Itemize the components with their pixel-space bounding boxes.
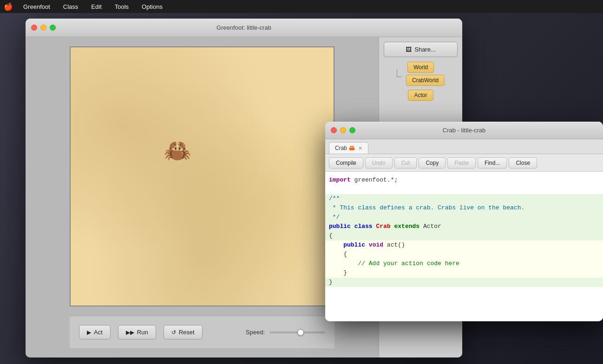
menu-edit[interactable]: Edit xyxy=(88,2,104,11)
actor-node-row: Actor xyxy=(384,90,458,101)
code-line-10: // Add your action code here xyxy=(325,259,603,268)
tab-label: Crab 🦀 xyxy=(335,145,355,151)
share-icon: 🖼 xyxy=(406,46,412,53)
find-button[interactable]: Find... xyxy=(478,157,507,169)
tab-bar: Crab 🦀 ✕ xyxy=(325,139,603,154)
code-minimize-button[interactable] xyxy=(340,127,346,133)
copy-button[interactable]: Copy xyxy=(419,157,446,169)
code-editor-titlebar: Crab - little-crab xyxy=(325,122,603,139)
crab-sprite: 🦀 xyxy=(164,138,191,164)
bottom-controls: ▶ Act ▶▶ Run ↺ Reset Speed: xyxy=(70,316,334,348)
actor-class-node[interactable]: Actor xyxy=(408,90,433,101)
code-close-button[interactable] xyxy=(331,127,337,133)
world-canvas[interactable]: 🦀 xyxy=(70,46,334,306)
code-toolbar: Compile Undo Cut Copy Paste Find... Clos… xyxy=(325,154,603,172)
crab-world-indent: CrabWorld xyxy=(384,75,458,86)
paste-button[interactable]: Paste xyxy=(447,157,476,169)
window-controls xyxy=(31,25,56,31)
crab-tab[interactable]: Crab 🦀 ✕ xyxy=(329,142,368,154)
code-editor-area[interactable]: import greenfoot.*; /** * This class def… xyxy=(325,172,603,321)
close-editor-button[interactable]: Close xyxy=(509,157,537,169)
menu-greenfoot[interactable]: Greenfoot xyxy=(20,2,53,11)
run-button[interactable]: ▶▶ Run xyxy=(118,325,156,339)
undo-button[interactable]: Undo xyxy=(365,157,393,169)
code-window-title: Crab - little-crab xyxy=(443,127,485,134)
compile-button[interactable]: Compile xyxy=(329,157,363,169)
code-line-1: import greenfoot.*; xyxy=(325,176,603,185)
menu-options[interactable]: Options xyxy=(139,2,165,11)
code-line-9: { xyxy=(325,250,603,259)
act-icon: ▶ xyxy=(87,329,91,336)
code-line-8: public void act() xyxy=(325,240,603,250)
speed-thumb[interactable] xyxy=(297,329,304,336)
menu-class[interactable]: Class xyxy=(60,2,81,11)
code-maximize-button[interactable] xyxy=(349,127,355,133)
speed-slider[interactable] xyxy=(269,332,325,333)
speed-label: Speed: xyxy=(246,329,265,336)
close-button[interactable] xyxy=(31,25,37,31)
line-1-content: import greenfoot.*; xyxy=(325,176,401,185)
world-class-node[interactable]: World xyxy=(407,62,434,73)
menu-tools[interactable]: Tools xyxy=(112,2,131,11)
apple-menu[interactable]: 🍎 xyxy=(4,2,13,11)
world-node-row: World xyxy=(384,62,458,73)
speed-area: Speed: xyxy=(246,329,325,336)
class-hierarchy: World CrabWorld Actor xyxy=(384,62,458,103)
act-button[interactable]: ▶ Act xyxy=(79,325,111,339)
greenfoot-window-title: Greenfoot: little-crab xyxy=(216,24,271,31)
code-line-11: } xyxy=(325,268,603,278)
code-line-5: */ xyxy=(325,213,603,222)
code-editor-window: Crab - little-crab Crab 🦀 ✕ Compile Undo… xyxy=(325,122,603,321)
code-line-6: public class Crab extends Actor xyxy=(325,222,603,231)
code-line-12: } xyxy=(325,278,603,287)
code-line-7: { xyxy=(325,231,603,240)
menubar: 🍎 Greenfoot Class Edit Tools Options xyxy=(0,0,603,13)
run-icon: ▶▶ xyxy=(126,329,134,336)
greenfoot-titlebar: Greenfoot: little-crab xyxy=(26,19,462,37)
code-line-3: /** xyxy=(325,194,603,203)
share-button[interactable]: 🖼 Share... xyxy=(384,42,458,57)
maximize-button[interactable] xyxy=(50,25,56,31)
code-window-controls xyxy=(331,127,355,133)
code-line-4: * This class defines a crab. Crabs live … xyxy=(325,203,603,213)
tab-close-icon[interactable]: ✕ xyxy=(358,145,362,151)
reset-icon: ↺ xyxy=(171,329,176,336)
cut-button[interactable]: Cut xyxy=(394,157,417,169)
minimize-button[interactable] xyxy=(40,25,46,31)
code-line-2 xyxy=(325,185,603,194)
crabworld-class-node[interactable]: CrabWorld xyxy=(406,75,445,86)
reset-button[interactable]: ↺ Reset xyxy=(164,325,203,339)
